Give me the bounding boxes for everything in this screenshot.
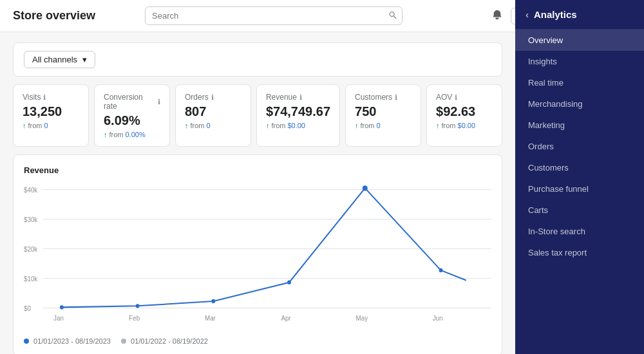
svg-text:Feb: Feb: [129, 315, 140, 322]
svg-text:$0: $0: [24, 304, 31, 312]
sidebar-header: ‹ Analytics: [515, 0, 644, 30]
from-label: from: [361, 122, 375, 129]
page-title: Store overview: [13, 9, 95, 23]
metric-value: 6.09%: [104, 113, 160, 128]
main-content: All channels ▾ Visits ℹ 13,250 ↑ from 0 …: [0, 32, 515, 354]
sidebar-item-real-time[interactable]: Real time: [515, 72, 644, 93]
sidebar-item-overview[interactable]: Overview: [515, 30, 644, 51]
metric-change: ↑ from 0: [185, 122, 242, 129]
from-value: 0: [377, 122, 381, 129]
metric-card-revenue: Revenue ℹ $74,749.67 ↑ from $0.00: [256, 84, 340, 147]
from-value: $0.00: [287, 122, 305, 129]
channel-select[interactable]: All channels ▾: [24, 51, 95, 68]
svg-text:$10k: $10k: [24, 275, 38, 282]
info-icon[interactable]: ℹ: [299, 93, 302, 102]
sidebar-panel: ‹ Analytics OverviewInsightsReal timeMer…: [515, 0, 644, 354]
trend-up-icon: ↑: [266, 122, 270, 129]
metric-card-aov: AOV ℹ $92.63 ↑ from $0.00: [426, 84, 502, 147]
chart-legend: 01/01/2023 - 08/19/2023 01/01/2022 - 08/…: [24, 337, 491, 345]
from-value: 0: [206, 122, 210, 129]
metric-value: 750: [355, 104, 412, 119]
metric-change: ↑ from 0.00%: [104, 131, 160, 138]
from-label: from: [271, 122, 285, 129]
metric-value: 13,250: [23, 104, 79, 119]
sidebar-item-insights[interactable]: Insights: [515, 51, 644, 72]
svg-point-11: [136, 304, 140, 308]
trend-up-icon: ↑: [23, 122, 26, 129]
search-input[interactable]: [145, 6, 402, 25]
svg-point-14: [363, 185, 368, 191]
from-label: from: [190, 122, 204, 129]
legend-dot-2023: [24, 339, 29, 344]
trend-up-icon: ↑: [185, 122, 189, 129]
metric-change: ↑ from 0: [23, 122, 79, 129]
metrics-grid: Visits ℹ 13,250 ↑ from 0 Conversion rate…: [13, 84, 502, 147]
metric-change: ↑ from $0.00: [266, 122, 330, 129]
info-icon[interactable]: ℹ: [158, 98, 160, 106]
svg-text:Jan: Jan: [53, 315, 64, 322]
sidebar-item-purchase-funnel[interactable]: Purchase funnel: [515, 178, 644, 200]
svg-text:$30k: $30k: [24, 216, 38, 223]
metric-change: ↑ from $0.00: [436, 122, 493, 129]
search-icon: [388, 10, 397, 21]
from-value: $0.00: [458, 122, 476, 129]
chart-card: Revenue $40k $30k $20k $10k $0: [13, 154, 502, 354]
sidebar-item-marketing[interactable]: Marketing: [515, 115, 644, 136]
svg-text:Apr: Apr: [281, 315, 292, 322]
metric-value: $74,749.67: [266, 104, 330, 119]
svg-text:Mar: Mar: [205, 315, 216, 322]
sidebar-item-merchandising[interactable]: Merchandising: [515, 93, 644, 115]
sidebar-item-sales-tax-report[interactable]: Sales tax report: [515, 242, 644, 263]
from-value: 0.00%: [125, 131, 145, 138]
trend-up-icon: ↑: [355, 122, 359, 129]
svg-text:Jun: Jun: [433, 315, 443, 322]
svg-text:May: May: [356, 315, 368, 322]
search-bar: [145, 6, 402, 25]
metric-value: 807: [185, 104, 242, 119]
svg-point-12: [211, 299, 215, 303]
metric-label: Customers ℹ: [355, 93, 412, 102]
legend-item-2022: 01/01/2022 - 08/19/2022: [121, 337, 208, 345]
legend-item-2023: 01/01/2023 - 08/19/2023: [24, 337, 111, 345]
metric-change: ↑ from 0: [355, 122, 412, 129]
info-icon[interactable]: ℹ: [211, 93, 214, 102]
chart-area: $40k $30k $20k $10k $0: [24, 183, 491, 331]
info-icon[interactable]: ℹ: [43, 93, 46, 102]
from-label: from: [442, 122, 456, 129]
svg-point-15: [439, 268, 443, 272]
metric-card-conversion-rate: Conversion rate ℹ 6.09% ↑ from 0.00%: [94, 84, 170, 147]
chart-title: Revenue: [24, 165, 491, 175]
svg-text:$40k: $40k: [24, 186, 38, 193]
legend-dot-2022: [121, 339, 126, 344]
metric-label: Orders ℹ: [185, 93, 242, 102]
metric-label: Revenue ℹ: [266, 93, 330, 102]
metric-value: $92.63: [436, 104, 493, 119]
sidebar-item-in-store-search[interactable]: In-Store search: [515, 221, 644, 242]
chevron-down-icon: ▾: [82, 55, 87, 64]
metric-card-visits: Visits ℹ 13,250 ↑ from 0: [13, 84, 89, 147]
channel-label: All channels: [32, 55, 77, 64]
metric-label: Conversion rate ℹ: [104, 93, 160, 111]
trend-up-icon: ↑: [104, 131, 108, 138]
svg-text:$20k: $20k: [24, 245, 38, 252]
sidebar-item-customers[interactable]: Customers: [515, 157, 644, 178]
metric-label: AOV ℹ: [436, 93, 493, 102]
from-value: 0: [44, 122, 48, 129]
from-label: from: [28, 122, 43, 129]
sidebar-back-button[interactable]: ‹: [526, 9, 529, 20]
svg-point-13: [287, 281, 291, 284]
trend-up-icon: ↑: [436, 122, 440, 129]
sidebar-item-orders[interactable]: Orders: [515, 136, 644, 157]
from-label: from: [109, 131, 123, 138]
info-icon[interactable]: ℹ: [395, 93, 397, 102]
svg-point-10: [60, 305, 64, 309]
sidebar-item-carts[interactable]: Carts: [515, 200, 644, 221]
info-icon[interactable]: ℹ: [455, 93, 457, 102]
sidebar-menu: OverviewInsightsReal timeMerchandisingMa…: [515, 30, 644, 263]
metric-label: Visits ℹ: [23, 93, 79, 102]
filter-bar: All channels ▾: [13, 42, 502, 77]
metric-card-orders: Orders ℹ 807 ↑ from 0: [175, 84, 251, 147]
metric-card-customers: Customers ℹ 750 ↑ from 0: [345, 84, 421, 147]
sidebar-title: Analytics: [534, 9, 577, 20]
bell-icon[interactable]: [491, 9, 503, 23]
